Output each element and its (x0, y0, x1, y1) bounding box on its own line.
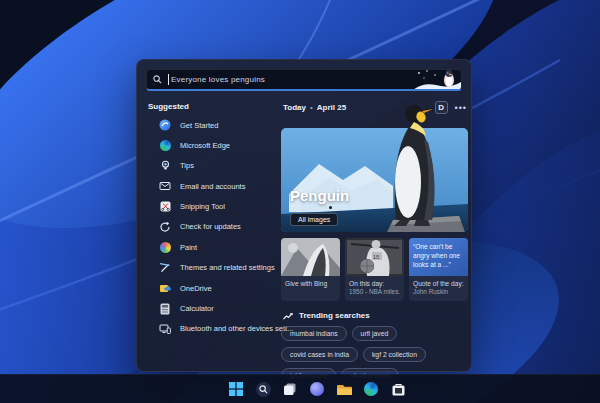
carousel-dot (329, 206, 332, 209)
trending-pill[interactable]: urfi javed (352, 326, 398, 341)
paint-icon (159, 241, 171, 253)
card-caption: Quote of the day: (413, 280, 464, 288)
sidebar-item-onedrive[interactable]: OneDrive (147, 282, 281, 294)
calculator-icon (159, 303, 171, 315)
sidebar-item-get-started[interactable]: Get Started (147, 119, 281, 131)
emperor-penguin-image (380, 102, 442, 232)
sidebar-item-themes-settings[interactable]: Themes and related settings (147, 262, 281, 274)
get-started-icon (159, 119, 171, 131)
start-button[interactable] (228, 381, 244, 397)
card-caption: On this day: (349, 280, 400, 288)
file-explorer-button[interactable] (336, 381, 352, 397)
search-input[interactable]: Everyone loves penguins (171, 75, 265, 84)
snipping-tool-icon (159, 201, 171, 213)
quote-tile: “One can't be angry when one looks at a … (409, 238, 468, 276)
themes-pen-icon (159, 262, 171, 274)
onedrive-icon (159, 282, 171, 294)
sidebar-item-label: Microsoft Edge (180, 141, 230, 150)
taskbar-search-button[interactable] (255, 381, 271, 397)
suggested-title: Suggested (148, 102, 281, 111)
edge-icon (364, 382, 378, 396)
sidebar-item-bluetooth-devices[interactable]: Bluetooth and other devices sett... (147, 323, 281, 335)
edge-icon (159, 139, 171, 151)
devices-icon (159, 323, 171, 335)
hero-title: Penguin (290, 187, 349, 204)
sidebar-item-label: Calculator (180, 304, 214, 313)
update-refresh-icon (159, 221, 171, 233)
card-on-this-day[interactable]: 15 On this day: 1950 - NBA miles... (345, 238, 404, 301)
sidebar-item-label: Email and accounts (180, 182, 245, 191)
search-icon (259, 385, 268, 394)
sidebar-item-tips[interactable]: Tips (147, 160, 281, 172)
feed-cards-row: Give with Bing 15 (281, 238, 468, 301)
trending-up-icon (283, 312, 293, 320)
sidebar-item-email-accounts[interactable]: Email and accounts (147, 180, 281, 192)
trending-pill[interactable]: covid cases in india (281, 347, 358, 362)
chat-button[interactable] (309, 381, 325, 397)
trending-pill[interactable]: kgf 2 collection (363, 347, 426, 362)
edge-button[interactable] (363, 381, 379, 397)
trending-header: Trending searches (283, 311, 471, 320)
card-quote-of-the-day[interactable]: “One can't be angry when one looks at a … (409, 238, 468, 301)
sidebar-item-label: Themes and related settings (180, 263, 275, 272)
search-icon (153, 75, 162, 84)
suggested-section: Suggested Get Started Microsoft Edge Tip… (146, 100, 281, 383)
text-cursor (168, 74, 169, 85)
sidebar-item-snipping-tool[interactable]: Snipping Tool (147, 201, 281, 213)
today-feed: Today • April 25 D ••• (281, 100, 471, 383)
card-caption: Give with Bing (285, 280, 336, 288)
svg-text:15: 15 (373, 254, 380, 260)
sidebar-item-label: Get Started (180, 121, 218, 130)
sidebar-item-label: Check for updates (180, 222, 241, 231)
all-images-button[interactable]: All images (290, 213, 338, 226)
sidebar-item-paint[interactable]: Paint (147, 241, 281, 253)
sidebar-item-microsoft-edge[interactable]: Microsoft Edge (147, 139, 281, 151)
header-separator: • (310, 103, 313, 112)
sidebar-item-check-for-updates[interactable]: Check for updates (147, 221, 281, 233)
penguin-doodle-decoration (413, 69, 461, 90)
search-flyout-panel: Everyone loves penguins Suggested (136, 59, 472, 372)
sidebar-item-label: Tips (180, 161, 194, 170)
card-subcaption: John Ruskin (413, 288, 464, 296)
sidebar-item-label: Snipping Tool (180, 202, 225, 211)
card-give-with-bing[interactable]: Give with Bing (281, 238, 340, 301)
today-date: April 25 (317, 103, 346, 112)
chat-icon (310, 382, 324, 396)
taskbar (0, 374, 600, 403)
trending-pill[interactable]: mumbai indians (281, 326, 347, 341)
store-button[interactable] (390, 381, 406, 397)
quote-text: “One can't be angry when one looks at a … (413, 242, 464, 269)
more-options-icon[interactable]: ••• (455, 105, 467, 111)
sidebar-item-label: Bluetooth and other devices sett... (180, 324, 293, 333)
desktop: Everyone loves penguins Suggested (0, 0, 600, 403)
sidebar-item-label: OneDrive (180, 284, 212, 293)
email-icon (159, 180, 171, 192)
sidebar-item-calculator[interactable]: Calculator (147, 303, 281, 315)
give-with-bing-image (281, 238, 340, 276)
on-this-day-image: 15 (345, 238, 404, 276)
trending-title: Trending searches (299, 311, 370, 320)
task-view-button[interactable] (282, 381, 298, 397)
tips-bulb-icon (159, 160, 171, 172)
search-bar[interactable]: Everyone loves penguins (146, 69, 462, 91)
today-label: Today (283, 103, 306, 112)
sidebar-item-label: Paint (180, 243, 197, 252)
hero-card-penguin[interactable]: Penguin All images (281, 128, 468, 232)
card-subcaption: 1950 - NBA miles... (349, 288, 400, 296)
